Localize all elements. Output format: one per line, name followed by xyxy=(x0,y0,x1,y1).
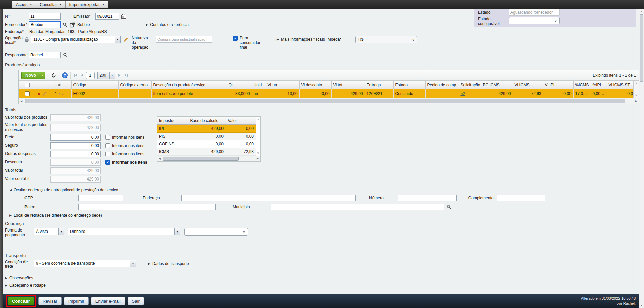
imprimir-button[interactable]: Imprimir xyxy=(64,297,89,305)
col-pedido-de-compra[interactable]: Pedido de comp xyxy=(425,81,459,89)
col-entrega[interactable]: Entrega xyxy=(365,81,393,89)
select-all-checkbox[interactable] xyxy=(25,83,30,87)
page-scrollbar-thumb[interactable] xyxy=(640,14,643,82)
revisar-button[interactable]: Revisar xyxy=(38,297,62,305)
moeda-select[interactable]: R$ ∨ xyxy=(355,36,417,43)
row-expand-icon[interactable]: ∧ xyxy=(58,92,61,96)
scroll-left-icon[interactable]: ◀ xyxy=(19,98,24,104)
solicitacao-link[interactable]: 52 xyxy=(461,91,465,96)
scroll-up-icon[interactable]: ▲ xyxy=(639,10,644,13)
cobranca-extra-select[interactable]: ∨ xyxy=(184,228,248,236)
chevron-up-icon[interactable]: ∧ xyxy=(257,118,259,121)
first-page-icon[interactable] xyxy=(73,73,78,77)
col-qt[interactable]: Qt xyxy=(227,81,252,89)
emissao-input[interactable]: 09/08/21 xyxy=(95,13,119,20)
produto-row-selected[interactable]: × 1 ∧ … E0002 Item estocado por lote 33,… xyxy=(19,89,633,98)
enviar-email-button[interactable]: Enviar e-mail xyxy=(91,297,125,305)
pencil-icon[interactable] xyxy=(123,37,128,42)
col-p-icms[interactable]: %ICMS xyxy=(573,81,591,89)
col-vl-icms-st[interactable]: Vl ICMS-ST xyxy=(607,81,633,89)
grid-vertical-scrollbar[interactable]: ∧ ∨ xyxy=(633,81,639,98)
edit-pencil-icon[interactable] xyxy=(43,92,47,96)
expander-mais-informacoes-fiscais[interactable]: ▶ Mais informações fiscais xyxy=(277,37,325,42)
impostos-hscroll-thumb[interactable] xyxy=(163,157,239,161)
expander-ocultar-endereco-entrega[interactable]: ◢ Ocultar endereço de entrega/local de p… xyxy=(9,188,639,192)
endereco-entrega-input[interactable] xyxy=(181,195,356,201)
scroll-right-icon[interactable]: ▶ xyxy=(633,98,639,104)
frete-informar-checkbox[interactable] xyxy=(105,135,110,140)
desconto-informar-checkbox[interactable]: ✓ xyxy=(105,160,110,165)
help-icon[interactable]: ? xyxy=(62,72,68,78)
col-bc-icms[interactable]: BC ICMS xyxy=(481,81,513,89)
scroll-left-icon[interactable]: ◀ xyxy=(157,156,162,161)
estado-configuravel-select[interactable]: ∨ xyxy=(509,17,560,24)
imposto-row-cofins[interactable]: COFINS0,000,00 xyxy=(157,140,256,148)
bairro-input[interactable] xyxy=(78,204,216,210)
row-more-icon[interactable]: … xyxy=(62,91,66,96)
external-link-icon[interactable] xyxy=(70,22,75,28)
col-vl-tot[interactable]: Vl tot xyxy=(331,81,365,89)
delete-row-icon[interactable]: × xyxy=(38,91,40,96)
impostos-horizontal-scrollbar[interactable]: ◀ ▶ xyxy=(157,156,260,161)
novo-button[interactable]: Novo ▼ xyxy=(21,72,45,79)
impostos-vertical-scrollbar[interactable]: ∧ ∨ xyxy=(256,117,261,156)
col-vl-un[interactable]: Vl un xyxy=(266,81,299,89)
expander-dados-transporte[interactable]: ▶ Dados de transporte xyxy=(148,261,189,266)
menu-consultar[interactable]: Consultar ▼ xyxy=(36,1,65,8)
frete-input[interactable]: 0,00 xyxy=(50,134,101,141)
col-vl-desconto[interactable]: Vl desconto xyxy=(299,81,331,89)
col-unid[interactable]: Unid xyxy=(252,81,266,89)
sair-button[interactable]: Sair xyxy=(128,297,144,305)
condicao-frete-select[interactable]: 9 - Sem ocorrência de transporte ▼ xyxy=(34,260,136,267)
search-icon[interactable] xyxy=(447,205,451,209)
meio-pagamento-select[interactable]: Dinheiro ▼ xyxy=(68,228,180,235)
col-solicitacao[interactable]: Solicitação xyxy=(459,81,481,89)
prev-page-icon[interactable] xyxy=(80,73,83,77)
imposto-row-ipi[interactable]: IPI429,000,00 xyxy=(157,124,256,132)
expander-local-retirada[interactable]: ▶ Local de retirada (se diferente do end… xyxy=(9,213,639,218)
complemento-input[interactable] xyxy=(497,195,545,201)
seguro-input[interactable]: 0,00 xyxy=(50,142,101,149)
fornecedor-input[interactable]: Bobbie xyxy=(29,21,61,28)
chevron-down-icon[interactable]: ∨ xyxy=(257,151,259,155)
search-icon[interactable] xyxy=(63,53,68,57)
scroll-down-icon[interactable]: ▼ xyxy=(639,304,644,307)
menu-imprimir-exportar[interactable]: Imprimir/exportar ▼ xyxy=(66,1,108,8)
chevron-up-icon[interactable]: ∧ xyxy=(635,82,637,85)
col-estado[interactable]: Estado xyxy=(393,81,425,89)
page-number-input[interactable]: 1 xyxy=(86,72,95,79)
page-size-select[interactable]: 200 ▼ xyxy=(97,72,115,79)
expander-cabecalho-rodape[interactable]: ▶ Cabeçalho e rodapé xyxy=(5,283,639,288)
next-page-icon[interactable] xyxy=(118,73,121,77)
search-icon[interactable] xyxy=(63,22,67,27)
col-p-ipi[interactable]: %IPI xyxy=(591,81,607,89)
seguro-informar-checkbox[interactable] xyxy=(105,143,110,148)
col-descricao[interactable]: Descrição do produto/serviço xyxy=(151,81,227,89)
imposto-row-pis[interactable]: PIS0,000,00 xyxy=(157,132,256,140)
expander-contatos-referencia[interactable]: ▶ Contatos e referência xyxy=(146,22,189,27)
chevron-down-icon[interactable]: ∨ xyxy=(635,94,637,97)
calendar-icon[interactable] xyxy=(121,14,126,19)
row-checkbox[interactable] xyxy=(25,91,30,96)
grid-hscroll-thumb[interactable] xyxy=(25,99,625,103)
imposto-row-icms[interactable]: ICMS429,0072,93 xyxy=(157,148,256,155)
menu-acoes[interactable]: Ações ▼ xyxy=(12,1,36,8)
concluir-button[interactable]: Concluir xyxy=(8,297,34,305)
col-codigo[interactable]: Código xyxy=(71,81,118,89)
natureza-operacao-input[interactable]: Compra para industrialização xyxy=(156,36,212,43)
numero-entrega-input[interactable] xyxy=(398,195,457,201)
prazo-pagamento-select[interactable]: À vista ▼ xyxy=(34,228,64,235)
scroll-right-icon[interactable]: ▶ xyxy=(255,156,260,161)
outras-despesas-informar-checkbox[interactable] xyxy=(105,152,110,156)
last-page-icon[interactable] xyxy=(124,73,128,77)
sort-asc-icon[interactable]: ▲ xyxy=(55,84,57,87)
grid-horizontal-scrollbar[interactable]: ◀ ▶ xyxy=(19,98,639,104)
page-vertical-scrollbar[interactable]: ▲ ▼ xyxy=(639,9,644,308)
col-vl-ipi[interactable]: Vl IPI xyxy=(543,81,573,89)
cep-input[interactable]: __.___-___ xyxy=(78,195,123,201)
operacao-fiscal-select[interactable]: 1101 - Compra para industrialização ▼ xyxy=(31,36,121,43)
chevron-down-icon[interactable]: ▼ xyxy=(40,72,45,79)
col-codigo-externo[interactable]: Código externo xyxy=(118,81,151,89)
refresh-icon[interactable] xyxy=(51,73,56,78)
numero-input[interactable]: 11 xyxy=(29,13,61,20)
